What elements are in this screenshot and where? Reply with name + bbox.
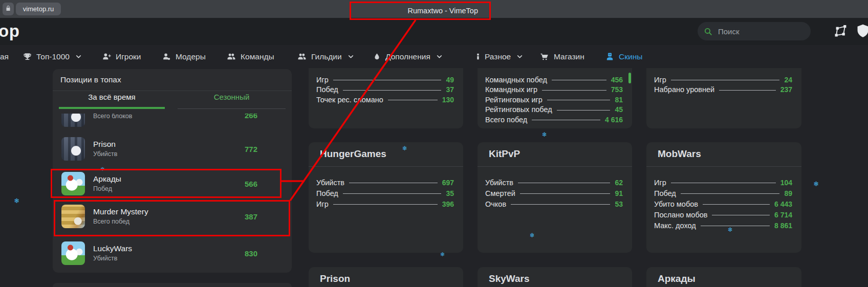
nav-item-teams[interactable]: Команды xyxy=(227,45,274,68)
stat-row: Всего побед4 616 xyxy=(478,115,632,125)
item-title: Murder Mystery xyxy=(93,208,148,216)
stat-row: Набрано уровней237 xyxy=(646,85,801,95)
stats-card-prison: Prison xyxy=(309,267,463,287)
skin-icon xyxy=(605,52,614,61)
list-item-total-blocks[interactable]: Всего блоков 266 xyxy=(61,114,292,127)
nav-label: Гильдии xyxy=(311,52,342,61)
item-sublabel: Всего побед xyxy=(93,218,148,225)
stat-value: 4 616 xyxy=(605,116,623,124)
stat-label: Побед xyxy=(316,85,338,94)
chevron-down-icon xyxy=(75,53,82,60)
info-icon xyxy=(476,52,480,61)
stat-connector-line xyxy=(703,204,770,205)
game-thumbnail xyxy=(61,114,85,127)
stat-row: Побед37 xyxy=(309,85,463,95)
tab-seasonal[interactable]: Сезонный xyxy=(178,93,286,109)
next-panel-edge xyxy=(53,283,292,287)
nav-item-addons[interactable]: Дополнения xyxy=(373,45,443,68)
url-text: vimetop.ru xyxy=(23,5,54,13)
nav-item-guilds[interactable]: Гильдии xyxy=(297,45,354,68)
address-chip[interactable]: vimetop.ru xyxy=(16,3,61,15)
item-sublabel: Побед xyxy=(93,186,121,192)
stat-label: Убийств xyxy=(316,179,344,187)
positions-panel: Позиции в топах За всё время Сезонный Вс… xyxy=(53,69,292,273)
list-item-prison[interactable]: Prison Убийств 772 xyxy=(61,137,292,161)
stat-row: Убийств62 xyxy=(478,177,632,188)
nav-item-partial[interactable]: ая xyxy=(0,45,9,68)
card-title: KitPvP xyxy=(478,142,632,167)
search-input[interactable] xyxy=(717,27,821,36)
nav-item-misc[interactable]: Разное xyxy=(476,45,523,68)
stat-label: Очков xyxy=(485,200,506,208)
stat-value: 53 xyxy=(615,200,623,208)
stat-label: Игр xyxy=(316,200,329,208)
stat-label: Убито мобов xyxy=(654,200,698,208)
scrollbar-thumb[interactable] xyxy=(628,73,631,83)
stat-value: 37 xyxy=(446,85,454,94)
stat-label: Игр xyxy=(654,76,666,84)
list-item-luckywars[interactable]: LuckyWars Убийств 830 xyxy=(61,241,292,265)
stat-row: Командных игр753 xyxy=(478,85,632,95)
stat-row: Игр396 xyxy=(309,198,463,209)
divider xyxy=(53,91,292,91)
selection-tool-icon[interactable] xyxy=(835,25,848,39)
lock-button[interactable] xyxy=(3,3,14,15)
stat-label: Игр xyxy=(316,76,329,84)
item-sublabel: Убийств xyxy=(93,151,117,158)
stat-connector-line xyxy=(532,120,600,120)
stat-label: Побед xyxy=(316,189,338,197)
stat-row: Точек рес. сломано130 xyxy=(309,95,463,105)
chevron-down-icon xyxy=(516,53,523,60)
search-icon xyxy=(704,27,712,36)
stat-label: Набрано уровней xyxy=(654,85,714,94)
shield-icon[interactable] xyxy=(856,23,868,41)
stat-connector-line xyxy=(701,226,770,226)
stat-row: Смертей91 xyxy=(478,188,632,198)
nav-item-top1000[interactable]: Топ-1000 xyxy=(23,45,82,68)
nav-item-players[interactable]: Игроки xyxy=(102,45,141,68)
browser-tab-title: Rumaxtwo - VimeTop xyxy=(407,7,478,15)
stat-label: Командных побед xyxy=(485,76,547,84)
stat-value: 24 xyxy=(784,76,792,84)
nav-item-moders[interactable]: Модеры xyxy=(162,45,206,68)
chevron-down-icon xyxy=(436,53,443,60)
stat-label: Всего побед xyxy=(485,116,527,124)
stat-label: Макс. доход xyxy=(654,222,696,230)
stat-row: Игр49 xyxy=(309,75,463,85)
nav-label: ая xyxy=(0,52,9,61)
search-box xyxy=(698,22,811,40)
stat-connector-line xyxy=(333,204,438,205)
item-value: 387 xyxy=(245,212,257,221)
tab-all-time[interactable]: За всё время xyxy=(59,93,165,109)
stat-label: Рейтинговых игр xyxy=(485,96,542,104)
person-badge-icon xyxy=(162,52,171,61)
card-title: HungerGames xyxy=(309,142,463,167)
nav-item-skins[interactable]: Скины xyxy=(605,45,642,68)
vimetop-page: vimetop.ru Rumaxtwo - VimeTop op ая Топ-… xyxy=(0,0,868,287)
snowflake-icon: ❄ xyxy=(530,232,535,239)
nav-label: Команды xyxy=(241,52,274,61)
game-thumbnail xyxy=(61,172,85,195)
game-thumbnail xyxy=(61,205,85,228)
snowflake-icon: ❄ xyxy=(440,251,445,258)
stat-row: Рейтинговых игр81 xyxy=(478,95,632,105)
stat-label: Точек рес. сломано xyxy=(316,96,383,104)
lock-icon xyxy=(5,5,11,14)
site-logo-partial[interactable]: op xyxy=(0,21,19,41)
game-thumbnail xyxy=(61,241,85,265)
stat-row: Рейтинговых побед45 xyxy=(478,105,632,115)
card-title: SkyWars xyxy=(478,267,632,287)
stat-connector-line xyxy=(719,90,775,91)
stats-card-partial-1: Игр49 Побед37 Точек рес. сломано130 xyxy=(309,68,463,128)
list-item-murder-mystery[interactable]: Murder Mystery Всего побед 387 xyxy=(61,205,292,228)
stat-label: Убийств xyxy=(485,179,513,187)
nav-label: Скины xyxy=(619,52,642,61)
nav-item-shop[interactable]: Магазин xyxy=(540,45,584,68)
stat-value: 35 xyxy=(446,189,454,197)
list-item-arcades[interactable]: Аркады Побед 566 xyxy=(61,172,292,195)
annotation-box-tab-title: Rumaxtwo - VimeTop xyxy=(350,2,491,20)
stat-connector-line xyxy=(671,183,776,183)
stat-connector-line xyxy=(552,80,606,80)
nav-label: Топ-1000 xyxy=(36,52,70,61)
trophy-icon xyxy=(23,52,32,61)
